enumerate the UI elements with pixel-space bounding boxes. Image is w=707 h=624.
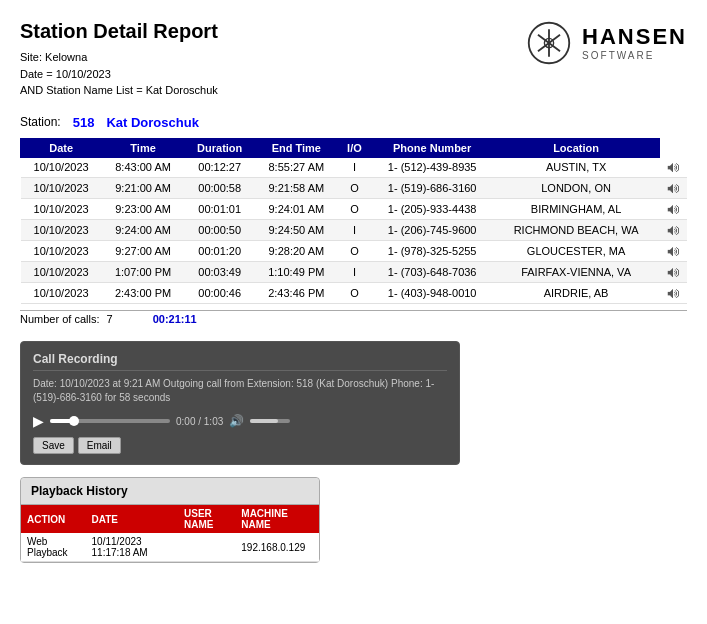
cell-time: 9:27:00 AM: [102, 241, 185, 262]
email-button[interactable]: Email: [78, 437, 121, 454]
cell-date: 10/10/2023: [21, 262, 102, 283]
table-header-row: Date Time Duration End Time I/O Phone Nu…: [21, 138, 688, 157]
table-body: 10/10/2023 8:43:00 AM 00:12:27 8:55:27 A…: [21, 157, 688, 304]
cell-duration: 00:01:01: [184, 199, 255, 220]
pb-user: [178, 533, 235, 562]
cell-date: 10/10/2023: [21, 283, 102, 304]
cell-endtime: 9:24:50 AM: [255, 220, 338, 241]
speaker-icon[interactable]: 🔊︎: [667, 159, 681, 175]
playback-col-user: USER NAME: [178, 505, 235, 533]
cell-duration: 00:12:27: [184, 157, 255, 178]
cell-time: 9:23:00 AM: [102, 199, 185, 220]
volume-fill: [250, 419, 278, 423]
report-title: Station Detail Report: [20, 20, 218, 43]
cell-io: O: [338, 283, 372, 304]
playback-row: Web Playback 10/11/2023 11:17:18 AM 192.…: [21, 533, 319, 562]
speaker-icon[interactable]: 🔊︎: [667, 285, 681, 301]
playback-table: ACTION DATE USER NAME MACHINE NAME Web P…: [21, 505, 319, 562]
cell-io: I: [338, 157, 372, 178]
save-button[interactable]: Save: [33, 437, 74, 454]
cell-io: O: [338, 241, 372, 262]
summary-calls: Number of calls: 7: [20, 313, 113, 325]
col-header-endtime: End Time: [255, 138, 338, 157]
cell-time: 2:43:00 PM: [102, 283, 185, 304]
cell-time: 9:21:00 AM: [102, 178, 185, 199]
cell-io: O: [338, 199, 372, 220]
col-header-audio: [659, 138, 687, 157]
header-section: Station Detail Report Site: Kelowna Date…: [20, 20, 687, 99]
cell-date: 10/10/2023: [21, 157, 102, 178]
header-left: Station Detail Report Site: Kelowna Date…: [20, 20, 218, 99]
playback-title: Playback History: [21, 478, 319, 505]
pb-date: 10/11/2023 11:17:18 AM: [86, 533, 179, 562]
cell-audio: 🔊︎: [659, 178, 687, 199]
table-row[interactable]: 10/10/2023 8:43:00 AM 00:12:27 8:55:27 A…: [21, 157, 688, 178]
table-row[interactable]: 10/10/2023 9:23:00 AM 00:01:01 9:24:01 A…: [21, 199, 688, 220]
cell-duration: 00:03:49: [184, 262, 255, 283]
cell-phone: 1- (703)-648-7036: [371, 262, 493, 283]
cell-phone: 1- (978)-325-5255: [371, 241, 493, 262]
cell-endtime: 8:55:27 AM: [255, 157, 338, 178]
cell-audio: 🔊︎: [659, 220, 687, 241]
volume-bar[interactable]: [250, 419, 290, 423]
recording-info: Date: 10/10/2023 at 9:21 AM Outgoing cal…: [33, 377, 447, 405]
playback-col-machine: MACHINE NAME: [235, 505, 319, 533]
cell-endtime: 9:28:20 AM: [255, 241, 338, 262]
cell-time: 8:43:00 AM: [102, 157, 185, 178]
meta-date: Date = 10/10/2023: [20, 66, 218, 83]
table-row[interactable]: 10/10/2023 2:43:00 PM 00:00:46 2:43:46 P…: [21, 283, 688, 304]
table-row[interactable]: 10/10/2023 9:27:00 AM 00:01:20 9:28:20 A…: [21, 241, 688, 262]
col-header-phone: Phone Number: [371, 138, 493, 157]
cell-endtime: 2:43:46 PM: [255, 283, 338, 304]
cell-date: 10/10/2023: [21, 241, 102, 262]
summary-duration: 00:21:11: [153, 313, 197, 325]
cell-time: 9:24:00 AM: [102, 220, 185, 241]
cell-date: 10/10/2023: [21, 178, 102, 199]
play-button[interactable]: ▶: [33, 413, 44, 429]
col-header-time: Time: [102, 138, 185, 157]
calls-table: Date Time Duration End Time I/O Phone Nu…: [20, 138, 687, 305]
table-row[interactable]: 10/10/2023 9:21:00 AM 00:00:58 9:21:58 A…: [21, 178, 688, 199]
cell-location: GLOUCESTER, MA: [493, 241, 659, 262]
cell-duration: 00:00:46: [184, 283, 255, 304]
cell-audio: 🔊︎: [659, 199, 687, 220]
cell-phone: 1- (206)-745-9600: [371, 220, 493, 241]
pb-action: Web Playback: [21, 533, 86, 562]
cell-audio: 🔊︎: [659, 241, 687, 262]
hansen-logo-icon: [526, 20, 572, 66]
station-info: Station: 518 Kat Doroschuk: [20, 115, 687, 130]
speaker-icon[interactable]: 🔊︎: [667, 264, 681, 280]
speaker-icon[interactable]: 🔊︎: [667, 222, 681, 238]
speaker-icon[interactable]: 🔊︎: [667, 201, 681, 217]
table-row[interactable]: 10/10/2023 1:07:00 PM 00:03:49 1:10:49 P…: [21, 262, 688, 283]
cell-audio: 🔊︎: [659, 262, 687, 283]
progress-dot: [69, 416, 79, 426]
calls-count: 7: [107, 313, 113, 325]
table-row[interactable]: 10/10/2023 9:24:00 AM 00:00:50 9:24:50 A…: [21, 220, 688, 241]
audio-player: ▶ 0:00 / 1:03 🔊: [33, 413, 447, 429]
playback-col-date: DATE: [86, 505, 179, 533]
logo-name: HANSEN: [582, 25, 687, 49]
speaker-icon[interactable]: 🔊︎: [667, 243, 681, 259]
volume-icon: 🔊: [229, 414, 244, 428]
logo-subtitle: SOFTWARE: [582, 50, 687, 61]
playback-col-action: ACTION: [21, 505, 86, 533]
cell-location: BIRMINGHAM, AL: [493, 199, 659, 220]
playback-header-row: ACTION DATE USER NAME MACHINE NAME: [21, 505, 319, 533]
cell-audio: 🔊︎: [659, 157, 687, 178]
meta-site: Site: Kelowna: [20, 49, 218, 66]
cell-time: 1:07:00 PM: [102, 262, 185, 283]
speaker-icon[interactable]: 🔊︎: [667, 180, 681, 196]
col-header-io: I/O: [338, 138, 372, 157]
recording-panel-title: Call Recording: [33, 352, 447, 371]
cell-endtime: 9:24:01 AM: [255, 199, 338, 220]
report-meta: Site: Kelowna Date = 10/10/2023 AND Stat…: [20, 49, 218, 99]
meta-filter: AND Station Name List = Kat Doroschuk: [20, 82, 218, 99]
station-name: Kat Doroschuk: [106, 115, 198, 130]
logo-area: HANSEN SOFTWARE: [526, 20, 687, 66]
playback-body: Web Playback 10/11/2023 11:17:18 AM 192.…: [21, 533, 319, 562]
progress-bar[interactable]: [50, 419, 170, 423]
playback-panel: Playback History ACTION DATE USER NAME M…: [20, 477, 320, 563]
cell-date: 10/10/2023: [21, 199, 102, 220]
cell-location: AIRDRIE, AB: [493, 283, 659, 304]
